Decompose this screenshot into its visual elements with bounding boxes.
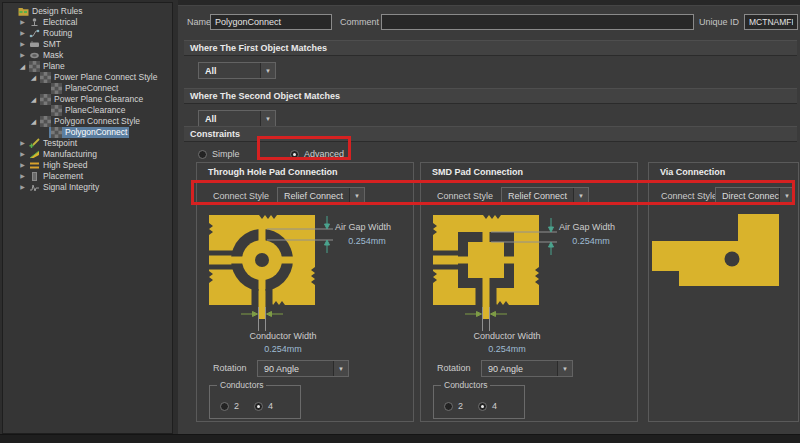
expand-arrow-icon[interactable]: ▶ xyxy=(18,149,27,160)
tree-item-plane[interactable]: ◢Plane xyxy=(3,61,172,72)
expand-arrow-icon[interactable]: ▶ xyxy=(18,39,27,50)
name-input[interactable] xyxy=(210,14,332,30)
expand-arrow-icon[interactable]: ▶ xyxy=(18,182,27,193)
unique-id-input[interactable] xyxy=(744,14,798,30)
smd-connect-style-dropdown[interactable]: Relief Connect ▼ xyxy=(501,187,589,204)
first-object-scope-dropdown[interactable]: All ▼ xyxy=(198,62,276,79)
air-gap-width-value: 0.254mm xyxy=(335,236,399,246)
connect-style-label: Connect Style xyxy=(437,191,493,201)
tree-item-planeclearance[interactable]: PlaneClearance xyxy=(3,105,172,116)
rule-icon xyxy=(40,72,51,83)
tree-item-label: PlaneConnect xyxy=(65,83,118,94)
tree-item-label: PolygonConnect xyxy=(65,127,127,138)
design-rules-icon xyxy=(18,6,29,17)
smd-rotation-dropdown[interactable]: 90 Angle ▼ xyxy=(481,360,573,377)
tree-item-high-speed[interactable]: ▶High Speed xyxy=(3,160,172,171)
rotation-label: Rotation xyxy=(213,363,247,373)
expand-arrow-icon[interactable]: ▶ xyxy=(18,171,27,182)
connect-style-label: Connect Style xyxy=(661,191,717,201)
conductor-width-value: 0.254mm xyxy=(233,344,333,354)
comment-input[interactable] xyxy=(381,14,694,30)
high-speed-icon xyxy=(29,160,40,171)
radio-advanced-circle[interactable] xyxy=(290,150,299,159)
top-divider xyxy=(178,0,800,6)
signal-integrity-icon xyxy=(29,182,40,193)
radio-simple[interactable]: Simple xyxy=(198,146,240,162)
chevron-down-icon: ▼ xyxy=(260,63,275,78)
tree-item-label: Placement xyxy=(43,171,83,182)
collapse-arrow-icon[interactable]: ◢ xyxy=(29,94,38,105)
conductors-label: Conductors xyxy=(441,380,490,390)
conductors-label: Conductors xyxy=(217,380,266,390)
smt-icon xyxy=(29,39,40,50)
tree-item-smt[interactable]: ▶SMT xyxy=(3,39,172,50)
rule-icon xyxy=(51,83,62,94)
chevron-down-icon: ▼ xyxy=(573,188,588,203)
through-hole-rotation-dropdown[interactable]: 90 Angle ▼ xyxy=(257,360,349,377)
through-hole-connect-style-dropdown[interactable]: Relief Connect ▼ xyxy=(277,187,365,204)
tree-item-electrical[interactable]: ▶Electrical xyxy=(3,17,172,28)
placement-icon xyxy=(29,171,40,182)
smd-pad-connection-panel: SMD Pad Connection Connect Style Relief … xyxy=(420,162,638,422)
tree-item-polygon-connect-style[interactable]: ◢Polygon Connect Style xyxy=(3,116,172,127)
second-object-matches-header: Where The Second Object Matches xyxy=(184,88,797,104)
conductor-width-label: Conductor Width xyxy=(457,331,557,341)
radio-conductors-4[interactable]: 4 xyxy=(254,398,273,414)
radio-simple-circle[interactable] xyxy=(198,150,207,159)
tree-item-signal-integrity[interactable]: ▶Signal Integrity xyxy=(3,182,172,193)
plane-icon xyxy=(29,61,40,72)
panel-title: SMD Pad Connection xyxy=(432,167,523,177)
tree-item-manufacturing[interactable]: ▶Manufacturing xyxy=(3,149,172,160)
rule-icon xyxy=(51,127,62,138)
second-object-scope-dropdown[interactable]: All ▼ xyxy=(198,110,276,127)
routing-icon xyxy=(29,28,40,39)
radio-conductors-2[interactable]: 2 xyxy=(220,398,239,414)
tree-item-label: Signal Integrity xyxy=(43,182,99,193)
radio-conductors-4[interactable]: 4 xyxy=(478,398,497,414)
via-connect-style-dropdown[interactable]: Direct Connect ▼ xyxy=(715,187,795,204)
comment-label: Comment xyxy=(340,14,379,30)
radio-conductors-2[interactable]: 2 xyxy=(444,398,463,414)
tree-item-label: Testpoint xyxy=(43,138,77,149)
tree-item-label: SMT xyxy=(43,39,61,50)
collapse-arrow-icon[interactable]: ◢ xyxy=(29,116,38,127)
tree-item-label: Manufacturing xyxy=(43,149,97,160)
tree-item-label: Routing xyxy=(43,28,72,39)
radio-advanced[interactable]: Advanced xyxy=(290,146,344,162)
expand-arrow-icon[interactable]: ▶ xyxy=(18,50,27,61)
tree-item-routing[interactable]: ▶Routing xyxy=(3,28,172,39)
expand-arrow-icon[interactable]: ▶ xyxy=(18,28,27,39)
rule-icon xyxy=(40,94,51,105)
collapse-arrow-icon[interactable]: ◢ xyxy=(29,72,38,83)
conductors-group: Conductors 2 4 xyxy=(433,385,525,419)
tree-item-label: High Speed xyxy=(43,160,87,171)
electrical-icon xyxy=(29,17,40,28)
tree-item-planeconnect[interactable]: PlaneConnect xyxy=(3,83,172,94)
tree-item-label: Electrical xyxy=(43,17,77,28)
tree-item-power-plane-clearance[interactable]: ◢Power Plane Clearance xyxy=(3,94,172,105)
conductor-width-label: Conductor Width xyxy=(233,331,333,341)
panel-title: Through Hole Pad Connection xyxy=(208,167,338,177)
tree-item-mask[interactable]: ▶Mask xyxy=(3,50,172,61)
expand-arrow-icon[interactable]: ▶ xyxy=(18,17,27,28)
expand-arrow-icon[interactable]: ▶ xyxy=(18,138,27,149)
constraints-header: Constraints xyxy=(184,126,797,142)
tree-item-power-plane-connect-style[interactable]: ◢Power Plane Connect Style xyxy=(3,72,172,83)
collapse-arrow-icon[interactable]: ◢ xyxy=(18,61,27,72)
air-gap-width-label: Air Gap Width xyxy=(559,222,615,232)
manufacturing-icon xyxy=(29,149,40,160)
expand-arrow-icon[interactable]: ▶ xyxy=(18,160,27,171)
tree-item-label: Power Plane Clearance xyxy=(54,94,143,105)
tree-item-design-rules[interactable]: Design Rules xyxy=(3,6,172,17)
tree-item-label: Power Plane Connect Style xyxy=(54,72,157,83)
via-direct-connect-diagram xyxy=(649,211,800,351)
mask-icon xyxy=(29,50,40,61)
tree-item-placement[interactable]: ▶Placement xyxy=(3,171,172,182)
rule-icon xyxy=(51,105,62,116)
tree-item-polygonconnect[interactable]: PolygonConnect xyxy=(3,127,172,138)
panel-title: Via Connection xyxy=(660,167,725,177)
unique-id-label: Unique ID xyxy=(699,14,739,30)
rotation-label: Rotation xyxy=(437,363,471,373)
chevron-down-icon: ▼ xyxy=(349,188,364,203)
tree-item-testpoint[interactable]: ▶Testpoint xyxy=(3,138,172,149)
